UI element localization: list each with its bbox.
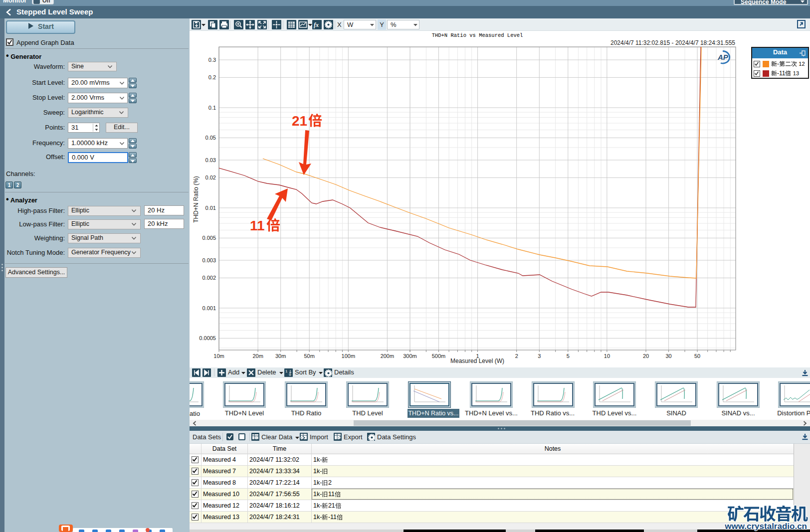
svg-text:0.003: 0.003 — [202, 257, 216, 263]
svg-text:0.002: 0.002 — [202, 275, 216, 281]
svg-text:AP: AP — [717, 53, 729, 61]
svg-text:0.02: 0.02 — [205, 175, 216, 180]
svg-text:0.1: 0.1 — [208, 105, 216, 111]
svg-text:0.0005: 0.0005 — [199, 335, 216, 341]
svg-text:100m: 100m — [342, 353, 356, 359]
svg-text:200m: 200m — [381, 353, 395, 359]
svg-text:2: 2 — [515, 353, 518, 359]
svg-text:0.001: 0.001 — [202, 305, 216, 311]
svg-text:500m: 500m — [432, 353, 446, 359]
svg-text:0.03: 0.03 — [205, 157, 216, 163]
svg-text:fx: fx — [314, 21, 319, 28]
svg-text:www.crystalradio.cn: www.crystalradio.cn — [724, 522, 807, 531]
svg-text:5: 5 — [567, 353, 570, 359]
svg-text:1: 1 — [285, 369, 288, 373]
svg-text:0.05: 0.05 — [205, 135, 216, 141]
svg-text:3: 3 — [538, 353, 541, 359]
svg-text:20m: 20m — [252, 353, 263, 359]
svg-text:20: 20 — [643, 353, 649, 359]
svg-text:30: 30 — [665, 353, 671, 359]
svg-text:10: 10 — [604, 353, 610, 359]
svg-text:21: 21 — [292, 113, 307, 129]
svg-text:0.2: 0.2 — [208, 74, 216, 80]
svg-text:11: 11 — [250, 218, 265, 233]
svg-text:10m: 10m — [213, 353, 224, 359]
svg-text:300m: 300m — [403, 353, 417, 359]
svg-text:THD+N Ratio vs Measured Level: THD+N Ratio vs Measured Level — [432, 32, 523, 38]
svg-text:2024/4/7 11:32:02.815 - 2024/4: 2024/4/7 11:32:02.815 - 2024/4/7 18:24:3… — [610, 39, 735, 46]
svg-text:Measured Level (W): Measured Level (W) — [450, 357, 504, 364]
svg-text:50: 50 — [694, 353, 700, 359]
svg-text:0.3: 0.3 — [208, 57, 216, 63]
svg-text:50m: 50m — [304, 353, 314, 359]
svg-text:30m: 30m — [275, 353, 286, 359]
svg-text:THD+N Ratio (%): THD+N Ratio (%) — [193, 176, 200, 223]
svg-text:0.005: 0.005 — [202, 235, 216, 241]
svg-text:0.01: 0.01 — [205, 205, 216, 211]
